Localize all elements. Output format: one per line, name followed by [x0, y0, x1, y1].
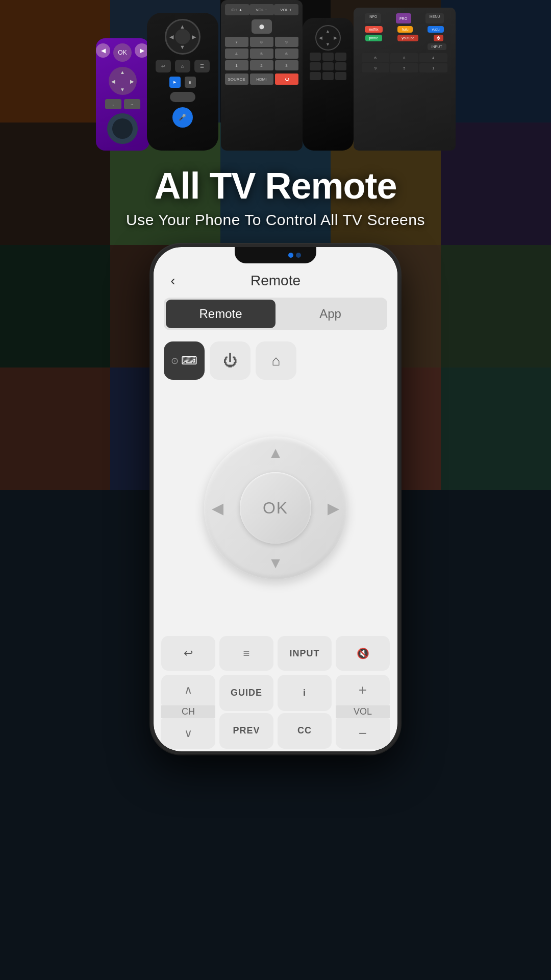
remote-4: ▲ ▼ ◀ ▶	[303, 18, 354, 151]
vol-label: VOL	[336, 705, 390, 718]
notch-dot-1	[288, 253, 293, 258]
ch-up-icon: ∧	[184, 683, 192, 697]
menu-icon: ≡	[243, 647, 250, 660]
back-chevron-icon: ‹	[170, 274, 175, 288]
app-subtitle: Use Your Phone To Control All TV Screens	[126, 211, 425, 229]
power-button[interactable]: ⏻	[210, 341, 251, 380]
dpad-container: ▲ ◀ OK ▶ ▼	[204, 436, 347, 579]
mute-icon: 🔇	[357, 647, 369, 659]
tab-app[interactable]: App	[276, 300, 385, 328]
volume-up-physical-button	[151, 349, 153, 375]
dpad-ok-button[interactable]: OK	[240, 472, 311, 544]
quick-actions-row: ⊙ ⌨ ⏻ ⌂	[154, 336, 397, 385]
info-cc-column: i CC	[278, 675, 332, 749]
ch-label: CH	[161, 705, 215, 718]
home-button[interactable]: ⌂	[256, 341, 296, 380]
input-button[interactable]: INPUT	[278, 636, 332, 671]
touchpad-keyboard-button[interactable]: ⊙ ⌨	[164, 341, 205, 380]
dpad-up-arrow: ▲	[268, 444, 283, 461]
back-media-icon: ↩	[184, 647, 193, 660]
volume-down-button[interactable]: −	[336, 718, 390, 749]
phone-notch	[235, 247, 316, 263]
ch-vol-row: ∧ CH ∨ GUIDE	[161, 675, 390, 749]
back-button[interactable]: ‹	[164, 272, 182, 290]
cc-button[interactable]: CC	[278, 713, 332, 749]
main-content: ◀ OK ▶ ▲ ▼ ◀ ▶ ↓ → ▲ ▼ ◀	[0, 0, 551, 980]
cc-label: CC	[297, 725, 312, 736]
home-icon: ⌂	[272, 353, 281, 369]
vol-plus-icon: +	[359, 682, 367, 698]
remote-2: ▲ ▼ ◀ ▶ ↩ ⌂ ☰ ▶ ⏸ 🎤	[147, 13, 218, 151]
control-row-1: ↩ ≡ INPUT 🔇	[161, 636, 390, 671]
phone-mockup: ‹ Remote Remote App	[151, 244, 400, 795]
remotes-section: ◀ OK ▶ ▲ ▼ ◀ ▶ ↓ → ▲ ▼ ◀	[0, 0, 551, 151]
nav-title: Remote	[251, 273, 300, 289]
phone-screen: ‹ Remote Remote App	[154, 247, 397, 751]
prev-button[interactable]: PREV	[219, 713, 273, 749]
app-title: All TV Remote	[126, 166, 425, 206]
tab-remote[interactable]: Remote	[166, 300, 276, 328]
bottom-controls: ↩ ≡ INPUT 🔇	[154, 631, 397, 751]
guide-button[interactable]: GUIDE	[219, 675, 273, 711]
power-physical-button	[398, 390, 400, 446]
guide-label: GUIDE	[231, 688, 262, 698]
menu-button[interactable]: ≡	[219, 636, 273, 671]
notch-dot-2	[296, 253, 301, 258]
dpad-right-arrow: ▶	[328, 499, 339, 517]
dpad-outer-ring[interactable]: ▲ ◀ OK ▶ ▼	[204, 436, 347, 579]
dpad-section: ▲ ◀ OK ▶ ▼	[154, 385, 397, 631]
prev-label: PREV	[233, 725, 260, 736]
vol-minus-icon: −	[359, 725, 367, 742]
channel-up-button[interactable]: ∧	[161, 675, 215, 705]
back-media-button[interactable]: ↩	[161, 636, 215, 671]
dpad-down-arrow: ▼	[268, 554, 283, 572]
volume-column: + VOL −	[336, 675, 390, 749]
touchpad-icon: ⊙	[171, 355, 179, 366]
mute-button[interactable]: 🔇	[336, 636, 390, 671]
volume-up-button[interactable]: +	[336, 675, 390, 705]
navigation-bar: ‹ Remote	[154, 267, 397, 291]
remote-1: ◀ OK ▶ ▲ ▼ ◀ ▶ ↓ →	[96, 38, 149, 151]
middle-buttons-column: GUIDE PREV	[219, 675, 273, 749]
power-icon: ⏻	[223, 352, 237, 369]
title-section: All TV Remote Use Your Phone To Control …	[106, 151, 445, 239]
channel-down-button[interactable]: ∨	[161, 718, 215, 749]
remote-5: INFO PRO MENU netflix hulu vudu prime yo…	[354, 8, 456, 151]
ch-down-icon: ∨	[184, 727, 192, 740]
tab-switcher: Remote App	[164, 298, 387, 330]
volume-down-physical-button	[151, 385, 153, 426]
input-label: INPUT	[290, 648, 320, 659]
mute-physical-button	[151, 436, 153, 477]
info-label: i	[303, 688, 306, 698]
keyboard-icon: ⌨	[181, 354, 197, 368]
channel-column: ∧ CH ∨	[161, 675, 215, 749]
info-button[interactable]: i	[278, 675, 332, 711]
phone-frame: ‹ Remote Remote App	[151, 244, 400, 754]
app-screen-content: ‹ Remote Remote App	[154, 247, 397, 751]
remote-3: CH ▲ VOL − VOL + ⬤ 7 8 9 4 5 6 1 2 3 SOU…	[221, 0, 303, 151]
dpad-left-arrow: ◀	[212, 499, 223, 517]
